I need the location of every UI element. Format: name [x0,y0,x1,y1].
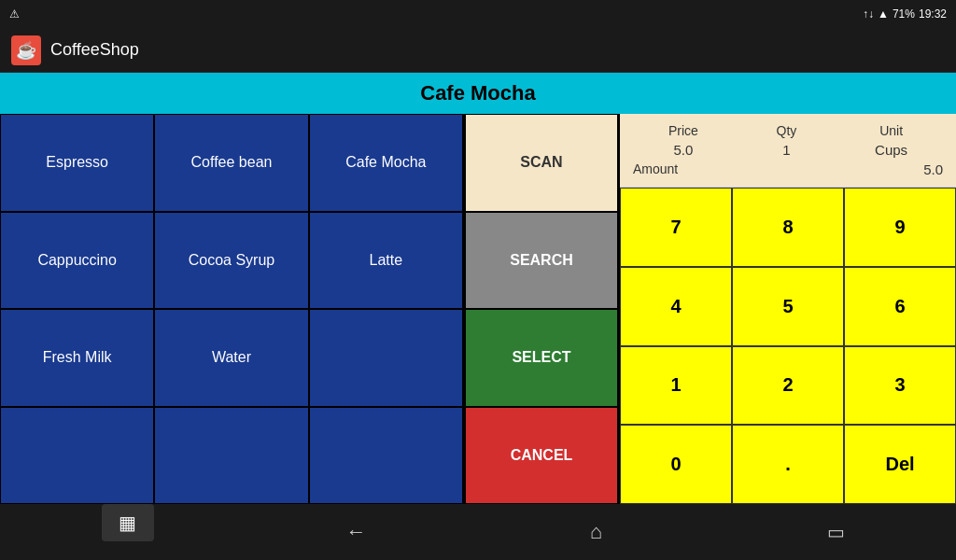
amount-value: 5.0 [836,160,947,179]
key-0[interactable]: 0 [620,425,732,504]
back-icon: ← [346,520,367,544]
product-empty3[interactable] [154,407,308,505]
unit-label: Unit [836,121,947,140]
price-value: 5.0 [629,140,738,160]
unit-value: Cups [836,140,947,160]
qr-icon: ▦ [119,511,136,534]
product-empty4[interactable] [309,407,463,505]
key-7[interactable]: 7 [620,188,732,267]
time-text: 19:32 [919,7,947,21]
content-area: Espresso Coffee bean Cafe Mocha Cappucci… [0,114,956,504]
key-3[interactable]: 3 [844,346,956,426]
right-panel: Price Qty Unit 5.0 1 Cups Amount 5.0 7 8… [620,114,956,504]
key-5[interactable]: 5 [732,267,844,346]
alert-icon: ⚠ [9,7,20,21]
select-button[interactable]: SELECT [465,309,618,407]
app-title: CoffeeShop [50,40,139,60]
product-cafe-mocha[interactable]: Cafe Mocha [309,114,463,212]
home-button[interactable]: ⌂ [569,513,625,551]
product-header-title: Cafe Mocha [420,81,535,105]
home-icon: ⌂ [590,520,602,544]
action-column: SCAN SEARCH SELECT CANCEL [465,114,620,504]
product-latte[interactable]: Latte [309,212,463,310]
status-right-icons: ↑↓ ▲ 71% 19:32 [863,7,947,21]
cancel-button[interactable]: CANCEL [465,407,618,505]
signal-icon: ↑↓ [863,7,874,21]
product-empty1[interactable] [309,309,463,407]
key-4[interactable]: 4 [620,267,732,346]
info-section: Price Qty Unit 5.0 1 Cups Amount 5.0 [620,114,956,188]
search-button[interactable]: SEARCH [465,212,618,310]
key-1[interactable]: 1 [620,346,732,426]
status-bar: ⚠ ↑↓ ▲ 71% 19:32 [0,0,956,28]
product-fresh-milk[interactable]: Fresh Milk [0,309,154,407]
amount-label: Amount [629,160,836,179]
product-header: Cafe Mocha [0,73,956,114]
price-label: Price [629,121,738,140]
qty-label: Qty [738,121,836,140]
title-bar: ☕ CoffeeShop [0,28,956,73]
key-dot[interactable]: . [732,425,844,504]
status-left-icons: ⚠ [9,7,20,21]
app-icon: ☕ [11,35,41,65]
product-coffee-bean[interactable]: Coffee bean [154,114,308,212]
key-9[interactable]: 9 [844,188,956,267]
numpad: 7 8 9 4 5 6 1 [620,188,956,504]
product-water[interactable]: Water [154,309,308,407]
key-del[interactable]: Del [844,425,956,504]
product-cappuccino[interactable]: Cappuccino [0,212,154,310]
product-empty2[interactable] [0,407,154,505]
key-2[interactable]: 2 [732,346,844,426]
key-6[interactable]: 6 [844,267,956,346]
recents-icon: ▭ [827,521,845,543]
qr-button[interactable]: ▦ [102,504,154,541]
nav-bar: ▦ ← ⌂ ▭ [0,504,956,560]
battery-text: 71% [893,7,915,21]
main-content: Cafe Mocha Espresso Coffee bean Cafe Moc… [0,73,956,504]
key-8[interactable]: 8 [732,188,844,267]
qty-value: 1 [738,140,836,160]
wifi-icon: ▲ [878,7,889,21]
product-grid: Espresso Coffee bean Cafe Mocha Cappucci… [0,114,465,504]
scan-button[interactable]: SCAN [465,114,618,212]
back-button[interactable]: ← [329,513,385,551]
product-espresso[interactable]: Espresso [0,114,154,212]
recents-button[interactable]: ▭ [808,513,865,551]
product-cocoa-syrup[interactable]: Cocoa Syrup [154,212,308,310]
